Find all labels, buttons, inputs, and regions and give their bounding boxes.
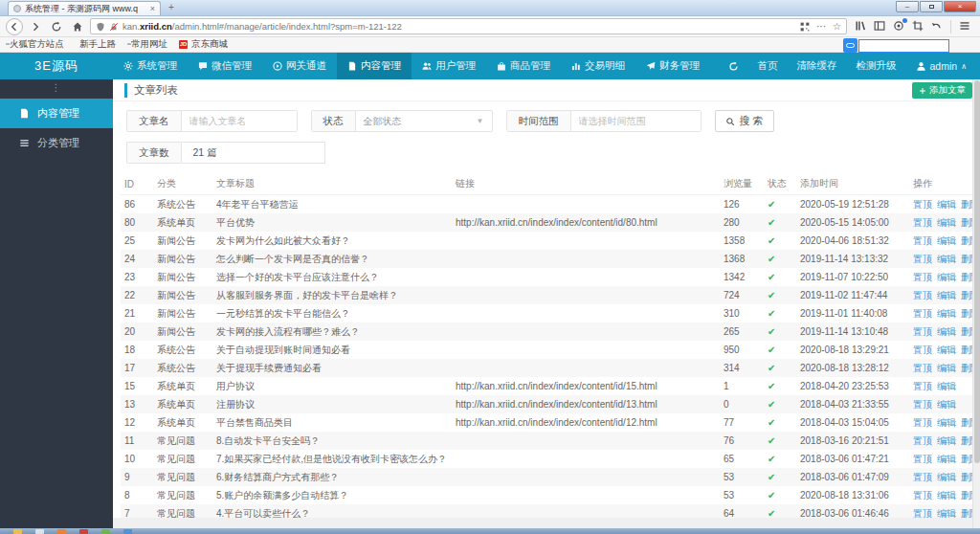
top-action-link[interactable]: 置顶 <box>913 508 932 519</box>
undo-icon[interactable] <box>931 20 943 33</box>
window-restore-button[interactable] <box>920 1 943 12</box>
app-logo: 3E源码 <box>0 53 113 79</box>
clear-cache-link[interactable]: 清除缓存 <box>788 53 847 79</box>
edit-action-link[interactable]: 编辑 <box>937 254 956 264</box>
bookmark-star-icon[interactable]: ☆ <box>833 21 841 32</box>
screenshot-icon[interactable] <box>912 20 924 33</box>
nav-item-label: 商品管理 <box>510 59 550 73</box>
window-minimize-button[interactable]: – <box>896 1 919 12</box>
nav-item-网关通道[interactable]: 网关通道 <box>262 53 337 79</box>
bookmark-item[interactable]: JD京东商城 <box>179 38 228 51</box>
top-action-link[interactable]: 置顶 <box>913 290 932 300</box>
nav-item-内容管理[interactable]: 内容管理 <box>337 53 412 79</box>
new-tab-button[interactable]: + <box>163 2 180 14</box>
extension-search-input[interactable] <box>858 39 949 53</box>
top-action-link[interactable]: 置顶 <box>913 417 932 428</box>
top-action-link[interactable]: 置顶 <box>913 381 932 391</box>
edit-action-link[interactable]: 编辑 <box>937 235 956 246</box>
reload-button[interactable] <box>48 18 65 35</box>
url-bar[interactable]: kan.xriid.cn/admin.html#/manage/article/… <box>90 18 847 34</box>
edit-action-link[interactable]: 编辑 <box>937 381 956 391</box>
edit-action-link[interactable]: 编辑 <box>937 417 956 428</box>
status-check-icon: ✔ <box>764 195 796 214</box>
top-action-link[interactable]: 置顶 <box>913 435 932 446</box>
top-action-link[interactable]: 置顶 <box>913 235 932 246</box>
extension-logo-icon[interactable] <box>843 38 858 53</box>
user-menu[interactable]: admin ∧ <box>906 53 980 79</box>
taskbar-icon[interactable] <box>57 529 66 534</box>
edit-action-link[interactable]: 编辑 <box>937 435 956 446</box>
edit-action-link[interactable]: 编辑 <box>937 508 956 519</box>
taskbar-icon[interactable] <box>101 529 110 534</box>
scrollbar-thumb[interactable] <box>974 80 980 463</box>
sidebar-item-分类管理[interactable]: 分类管理 <box>0 128 113 158</box>
nav-item-系统管理[interactable]: 系统管理 <box>113 53 188 79</box>
tab-close-icon[interactable]: × <box>150 4 155 13</box>
page-actions-icon[interactable]: ··· <box>816 21 826 32</box>
back-button[interactable] <box>6 18 23 35</box>
edit-action-link[interactable]: 编辑 <box>937 454 956 464</box>
nav-item-用户管理[interactable]: 用户管理 <box>412 53 486 79</box>
row-link <box>452 341 720 359</box>
check-upgrade-link[interactable]: 检测升级 <box>847 53 906 79</box>
bookmark-item[interactable]: 火狐官方站点 <box>6 38 64 51</box>
time-range-input[interactable] <box>571 111 701 131</box>
edit-action-link[interactable]: 编辑 <box>937 217 956 228</box>
refresh-button[interactable] <box>719 53 748 79</box>
sidebar-item-内容管理[interactable]: 内容管理 <box>0 99 113 128</box>
search-button[interactable]: 搜 索 <box>715 110 774 132</box>
edit-action-link[interactable]: 编辑 <box>937 399 956 410</box>
window-close-button[interactable]: × <box>944 1 976 12</box>
sidebar-collapse-toggle[interactable]: ⋮ <box>0 79 113 99</box>
nav-item-商品管理[interactable]: 商品管理 <box>486 53 561 79</box>
status-select[interactable]: 全部状态 ▼ <box>356 111 492 131</box>
edit-action-link[interactable]: 编辑 <box>937 308 956 319</box>
top-action-link[interactable]: 置顶 <box>913 217 932 228</box>
edit-action-link[interactable]: 编辑 <box>937 490 956 501</box>
row-actions: 置顶编辑删除 <box>909 268 980 286</box>
taskbar-icon[interactable] <box>123 529 132 534</box>
top-action-link[interactable]: 置顶 <box>913 472 932 482</box>
browser-tab[interactable]: 系统管理 - 亲测源码网 www.q × <box>8 1 161 15</box>
row-category: 系统公告 <box>153 359 212 377</box>
top-action-link[interactable]: 置顶 <box>913 199 932 210</box>
row-link <box>452 323 720 341</box>
forward-button[interactable] <box>27 18 44 35</box>
top-action-link[interactable]: 置顶 <box>913 399 932 410</box>
doc-icon <box>347 61 357 71</box>
extension-icon[interactable] <box>893 20 904 33</box>
menu-hamburger-icon[interactable] <box>959 20 970 33</box>
taskbar-icon[interactable] <box>35 529 44 534</box>
edit-action-link[interactable]: 编辑 <box>937 199 956 210</box>
top-action-link[interactable]: 置顶 <box>913 272 932 282</box>
add-article-button[interactable]: 添加文章 <box>912 82 972 99</box>
top-action-link[interactable]: 置顶 <box>913 326 932 337</box>
edit-action-link[interactable]: 编辑 <box>937 472 956 482</box>
nav-item-微信管理[interactable]: 微信管理 <box>188 53 262 79</box>
home-button[interactable] <box>69 18 86 35</box>
row-title: 关于自动提现到账时间通知必看 <box>212 341 452 359</box>
edit-action-link[interactable]: 编辑 <box>937 345 956 355</box>
bookmark-item[interactable]: 新手上路 <box>76 38 116 51</box>
top-action-link[interactable]: 置顶 <box>913 363 932 373</box>
library-icon[interactable] <box>855 20 866 33</box>
edit-action-link[interactable]: 编辑 <box>937 363 956 373</box>
top-action-link[interactable]: 置顶 <box>913 254 932 264</box>
qr-grid-icon[interactable] <box>800 22 810 32</box>
edit-action-link[interactable]: 编辑 <box>937 290 956 300</box>
nav-item-交易明细[interactable]: 交易明细 <box>561 53 635 79</box>
edit-action-link[interactable]: 编辑 <box>937 272 956 282</box>
taskbar-icon[interactable] <box>13 529 22 534</box>
sidebars-icon[interactable] <box>874 20 885 33</box>
taskbar-icon[interactable] <box>79 529 88 534</box>
row-title: 关于提现手续费通知必看 <box>212 359 452 377</box>
bookmark-item[interactable]: 常用网址 <box>127 38 167 51</box>
home-link[interactable]: 首页 <box>748 53 788 79</box>
top-action-link[interactable]: 置顶 <box>913 454 932 464</box>
edit-action-link[interactable]: 编辑 <box>937 326 956 337</box>
nav-item-财务管理[interactable]: 财务管理 <box>635 53 710 79</box>
top-action-link[interactable]: 置顶 <box>913 345 932 355</box>
top-action-link[interactable]: 置顶 <box>913 308 932 319</box>
top-action-link[interactable]: 置顶 <box>913 490 932 501</box>
article-name-input[interactable] <box>182 111 297 131</box>
